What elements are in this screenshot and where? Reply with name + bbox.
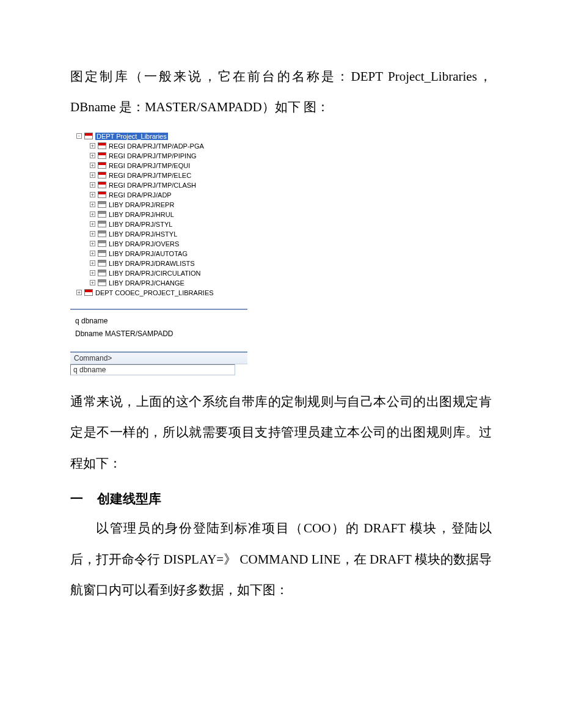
- expand-icon[interactable]: +: [90, 153, 95, 158]
- p1-line3: 图：: [304, 100, 329, 114]
- tree-node[interactable]: +LIBY DRA/PRJ/OVERS: [90, 239, 247, 249]
- tree-label[interactable]: LIBY DRA/PRJ/AUTOTAG: [109, 250, 188, 257]
- tree-label[interactable]: LIBY DRA/PRJ/HRUL: [109, 211, 174, 218]
- tree-label[interactable]: LIBY DRA/PRJ/HSTYL: [109, 230, 177, 238]
- command-console: q dbname Dbname MASTER/SAMPADD: [70, 310, 247, 353]
- db-icon: [98, 221, 106, 227]
- db-icon: [98, 250, 106, 257]
- tree-node[interactable]: +LIBY DRA/PRJ/AUTOTAG: [90, 249, 247, 259]
- tree-node[interactable]: +LIBY DRA/PRJ/REPR: [90, 200, 247, 210]
- db-icon: [98, 172, 106, 178]
- command-panel: q dbname Dbname MASTER/SAMPADD Command> …: [70, 309, 247, 375]
- tree-node[interactable]: +LIBY DRA/PRJ/HSTYL: [90, 229, 247, 239]
- tree-node[interactable]: +REGI DRA/PRJ/TMP/CLASH: [90, 180, 247, 190]
- expand-icon[interactable]: +: [90, 231, 95, 237]
- expand-icon[interactable]: +: [90, 182, 95, 188]
- db-icon: [98, 260, 106, 267]
- heading-title: 创建线型库: [97, 491, 161, 506]
- paragraph-2: 通常来说，上面的这个系统自带库的定制规则与自己本公司的出图规定肯定是不一样的，所…: [70, 386, 492, 479]
- tree-node-root[interactable]: - DEPT Project_Libraries: [76, 131, 247, 141]
- console-line: Dbname MASTER/SAMPADD: [75, 328, 243, 341]
- tree-node[interactable]: +LIBY DRA/PRJ/CHANGE: [90, 278, 247, 288]
- db-icon: [98, 142, 106, 149]
- db-icon: [98, 279, 106, 286]
- expand-icon[interactable]: +: [90, 211, 95, 217]
- tree-node[interactable]: +REGI DRA/PRJ/TMP/ADP-PGA: [90, 141, 247, 151]
- expand-icon[interactable]: +: [90, 172, 95, 178]
- tree-label[interactable]: LIBY DRA/PRJ/REPR: [109, 201, 174, 208]
- expand-icon[interactable]: +: [90, 260, 95, 266]
- db-icon: [98, 152, 106, 159]
- db-icon: [84, 133, 93, 139]
- expand-icon[interactable]: +: [76, 290, 82, 295]
- expand-icon[interactable]: +: [90, 143, 95, 149]
- tree-label[interactable]: REGI DRA/PRJ/TMP/ELEC: [109, 172, 191, 179]
- db-icon: [98, 201, 106, 208]
- tree-screenshot: - DEPT Project_Libraries +REGI DRA/PRJ/T…: [70, 129, 247, 375]
- heading-1: 一 创建线型库: [70, 485, 492, 513]
- tree-label[interactable]: LIBY DRA/PRJ/DRAWLISTS: [109, 260, 195, 267]
- tree-label[interactable]: LIBY DRA/PRJ/STYL: [109, 221, 172, 228]
- tree-node[interactable]: +REGI DRA/PRJ/TMP/EQUI: [90, 161, 247, 171]
- tree-label[interactable]: REGI DRA/PRJ/TMP/PIPING: [109, 152, 197, 160]
- tree-label[interactable]: REGI DRA/PRJ/TMP/EQUI: [109, 162, 190, 169]
- tree-label[interactable]: LIBY DRA/PRJ/CHANGE: [109, 279, 184, 287]
- expand-icon[interactable]: +: [90, 163, 95, 168]
- expand-icon[interactable]: +: [90, 241, 95, 246]
- command-input[interactable]: q dbname: [70, 364, 235, 375]
- db-icon: [98, 162, 106, 169]
- heading-number: 一: [70, 491, 83, 506]
- expand-icon[interactable]: +: [90, 270, 95, 276]
- console-line: q dbname: [75, 315, 243, 328]
- expand-icon[interactable]: +: [90, 202, 95, 207]
- paragraph-3: 以管理员的身份登陆到标准项目（COO）的 DRAFT 模块，登陆以后，打开命令行…: [70, 513, 492, 605]
- command-input-row: q dbname: [70, 364, 247, 375]
- tree-node[interactable]: +REGI DRA/PRJ/TMP/ELEC: [90, 171, 247, 180]
- tree-label[interactable]: DEPT COOEC_PROJECT_LIBRARIES: [95, 289, 214, 296]
- tree-label[interactable]: REGI DRA/PRJ/ADP: [109, 191, 172, 199]
- command-prompt-bar: Command>: [70, 353, 247, 364]
- tree-node[interactable]: +LIBY DRA/PRJ/HRUL: [90, 210, 247, 219]
- db-icon: [98, 211, 106, 218]
- db-icon: [98, 230, 106, 237]
- tree-node[interactable]: +LIBY DRA/PRJ/CIRCULATION: [90, 268, 247, 278]
- expand-icon[interactable]: +: [90, 280, 95, 285]
- tree-label[interactable]: LIBY DRA/PRJ/OVERS: [109, 240, 179, 248]
- tree-label[interactable]: REGI DRA/PRJ/TMP/ADP-PGA: [109, 142, 204, 150]
- expand-icon[interactable]: +: [90, 251, 95, 256]
- db-icon: [98, 191, 106, 198]
- command-prompt-label: Command>: [70, 353, 115, 364]
- tree-node[interactable]: +REGI DRA/PRJ/ADP: [90, 190, 247, 200]
- expand-icon[interactable]: +: [90, 192, 95, 197]
- tree-node[interactable]: +REGI DRA/PRJ/TMP/PIPING: [90, 151, 247, 161]
- expand-icon[interactable]: +: [90, 221, 95, 227]
- db-icon: [98, 240, 106, 247]
- tree-node-sibling[interactable]: + DEPT COOEC_PROJECT_LIBRARIES: [76, 288, 247, 298]
- db-icon: [84, 289, 93, 296]
- tree-label[interactable]: DEPT Project_Libraries: [95, 133, 168, 140]
- p1-line1: 图定制库（一般来说，它在前台的名称是：DEPT: [70, 69, 383, 84]
- tree-node[interactable]: +LIBY DRA/PRJ/DRAWLISTS: [90, 259, 247, 268]
- tree-node[interactable]: +LIBY DRA/PRJ/STYL: [90, 219, 247, 229]
- db-icon: [98, 182, 106, 188]
- expand-icon[interactable]: -: [76, 133, 82, 139]
- tree-panel: - DEPT Project_Libraries +REGI DRA/PRJ/T…: [70, 129, 247, 300]
- tree-label[interactable]: LIBY DRA/PRJ/CIRCULATION: [109, 270, 201, 277]
- tree-label[interactable]: REGI DRA/PRJ/TMP/CLASH: [109, 182, 196, 189]
- paragraph-1: 图定制库（一般来说，它在前台的名称是：DEPT Project_Librarie…: [70, 61, 492, 123]
- db-icon: [98, 270, 106, 276]
